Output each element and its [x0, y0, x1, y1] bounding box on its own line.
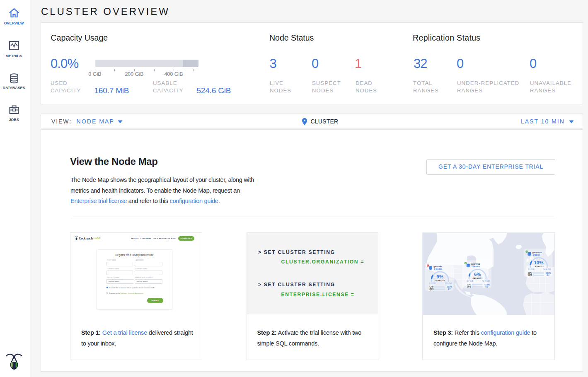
- svg-text:QPS: QPS: [429, 288, 433, 290]
- svg-text:3.2 GiB: 3.2 GiB: [429, 283, 436, 285]
- svg-text:3.6 GiB: 3.6 GiB: [528, 268, 535, 271]
- svg-text:2 Nodes: 2 Nodes: [434, 268, 442, 270]
- svg-text:34.4 GiB: 34.4 GiB: [543, 268, 551, 271]
- svg-text:CAPACITY: CAPACITY: [435, 280, 445, 282]
- svg-text:43.7 GiB: 43.7 GiB: [482, 280, 490, 282]
- svg-text:1 Node: 1 Node: [532, 254, 540, 256]
- svg-text:10%: 10%: [534, 260, 543, 265]
- svg-text:0.4: 0.4: [547, 274, 549, 276]
- svg-text:QPS: QPS: [528, 274, 532, 276]
- svg-text:3.7 GiB: 3.7 GiB: [467, 280, 473, 282]
- svg-text:13.3%: 13.3%: [546, 272, 551, 274]
- svg-text:351 GiB: 351 GiB: [445, 283, 452, 285]
- svg-text:2 Nodes: 2 Nodes: [472, 266, 480, 268]
- svg-text:11.0%: 11.0%: [447, 286, 452, 288]
- svg-text:CAPACITY: CAPACITY: [472, 277, 483, 279]
- svg-text:9%: 9%: [436, 274, 443, 279]
- svg-text:6%: 6%: [474, 272, 481, 277]
- svg-text:CPU: CPU: [429, 286, 433, 288]
- svg-text:CAPACITY: CAPACITY: [534, 266, 544, 268]
- svg-text:geo=ams: geo=ams: [532, 251, 542, 254]
- svg-text:42.5%: 42.5%: [484, 284, 490, 286]
- svg-text:geo=sfo: geo=sfo: [433, 265, 442, 268]
- svg-text:4.7: 4.7: [448, 288, 451, 290]
- svg-text:CPU: CPU: [528, 272, 532, 274]
- svg-text:CPU: CPU: [467, 284, 471, 286]
- svg-text:geo=nyc: geo=nyc: [471, 263, 480, 265]
- svg-text:QPS: QPS: [467, 286, 471, 288]
- svg-text:0.0: 0.0: [486, 286, 489, 288]
